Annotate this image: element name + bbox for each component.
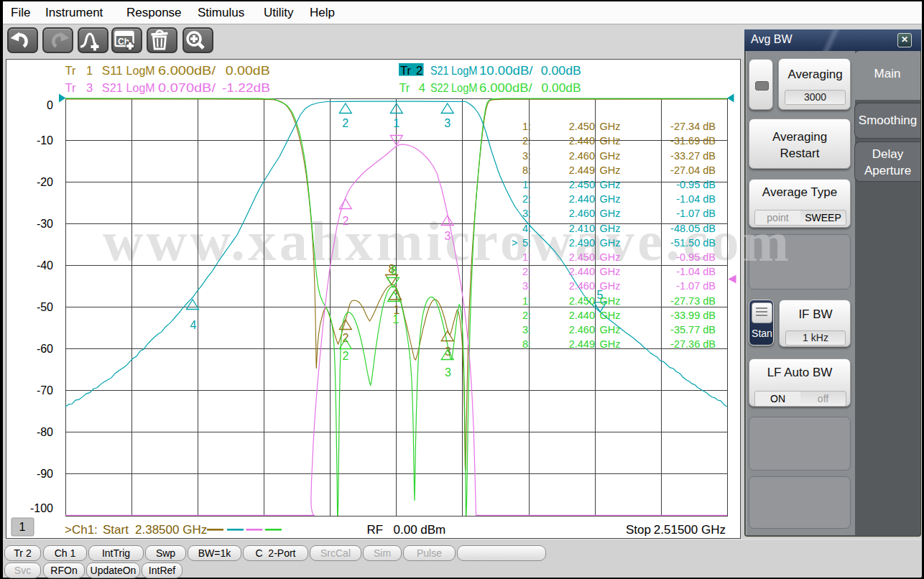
svg-text:Tr: Tr <box>65 64 76 77</box>
svg-text:2: 2 <box>416 64 422 77</box>
svg-text:3: 3 <box>445 230 451 242</box>
svg-text:2.440: 2.440 <box>569 266 595 277</box>
svg-text:8:: 8: <box>522 165 531 176</box>
svg-text:2.38500 GHz: 2.38500 GHz <box>135 523 207 537</box>
svg-text:GHz: GHz <box>600 150 621 162</box>
svg-text:3:: 3: <box>522 324 531 335</box>
svg-text:Tr: Tr <box>65 81 76 94</box>
svg-text:1:: 1: <box>522 179 531 190</box>
svg-text:2.460: 2.460 <box>569 150 595 162</box>
svg-text:4:: 4: <box>522 223 531 234</box>
svg-text:2:: 2: <box>522 193 531 205</box>
svg-text:1: 1 <box>393 313 399 325</box>
svg-text:LogM: LogM <box>451 81 478 94</box>
svg-text:0.070dB/: 0.070dB/ <box>158 81 216 94</box>
svg-text:GHz: GHz <box>600 266 621 277</box>
svg-text:10.00dB/: 10.00dB/ <box>479 64 533 77</box>
svg-text:S21: S21 <box>102 81 123 94</box>
svg-text:-20: -20 <box>37 176 53 188</box>
svg-text:GHz: GHz <box>600 165 621 176</box>
svg-text:-0.95 dB: -0.95 dB <box>676 179 716 190</box>
svg-text:GHz: GHz <box>600 251 621 263</box>
svg-text:2:: 2: <box>522 310 531 321</box>
svg-text:-90: -90 <box>37 468 53 480</box>
svg-text:S22: S22 <box>430 81 449 94</box>
svg-text:2.440: 2.440 <box>569 135 595 147</box>
svg-text:-27.04 dB: -27.04 dB <box>670 165 716 176</box>
svg-text:3:: 3: <box>522 150 531 162</box>
svg-text:2.490: 2.490 <box>569 237 595 249</box>
svg-text:0.00 dBm: 0.00 dBm <box>394 523 446 537</box>
svg-text:2.51500 GHz: 2.51500 GHz <box>654 523 726 537</box>
svg-text:2.440: 2.440 <box>569 193 595 205</box>
svg-text:GHz: GHz <box>600 324 621 335</box>
svg-text:2: 2 <box>342 117 348 129</box>
svg-text:2.450: 2.450 <box>569 121 595 132</box>
svg-text:-0.95 dB: -0.95 dB <box>676 251 716 263</box>
svg-text:GHz: GHz <box>600 179 621 190</box>
svg-text:2.460: 2.460 <box>569 208 595 219</box>
svg-text:4: 4 <box>419 81 425 94</box>
svg-text:2.440: 2.440 <box>569 310 595 321</box>
svg-text:-1.04 dB: -1.04 dB <box>676 266 716 277</box>
svg-text:Tr: Tr <box>399 81 410 94</box>
svg-text:2.449: 2.449 <box>569 165 595 176</box>
svg-text:2.450: 2.450 <box>569 179 595 190</box>
svg-text:-27.36 dB: -27.36 dB <box>670 338 716 350</box>
svg-text:-27.73 dB: -27.73 dB <box>670 295 716 307</box>
svg-text:S21: S21 <box>430 64 449 77</box>
svg-text:0: 0 <box>47 99 53 111</box>
svg-text:GHz: GHz <box>600 135 621 147</box>
svg-text:0.00dB: 0.00dB <box>541 64 581 77</box>
svg-text:GHz: GHz <box>600 208 621 219</box>
svg-text:-80: -80 <box>37 426 53 438</box>
svg-text:2: 2 <box>343 350 349 362</box>
svg-text:8: 8 <box>391 264 397 277</box>
svg-text:-33.27 dB: -33.27 dB <box>670 150 716 162</box>
svg-text:GHz: GHz <box>600 280 621 292</box>
svg-text:2: 2 <box>343 215 349 227</box>
svg-text:1: 1 <box>19 521 26 533</box>
svg-text:-48.05 dB: -48.05 dB <box>670 223 716 234</box>
svg-text:-1.04 dB: -1.04 dB <box>676 193 716 205</box>
svg-text:-1.07 dB: -1.07 dB <box>676 280 716 292</box>
svg-text:6.000dB/: 6.000dB/ <box>158 64 216 77</box>
svg-text:LogM: LogM <box>126 81 155 94</box>
svg-text:Tr: Tr <box>400 64 411 77</box>
svg-text:2.460: 2.460 <box>569 324 595 335</box>
svg-text:GHz: GHz <box>600 237 621 249</box>
svg-text:-40: -40 <box>37 259 53 272</box>
svg-text:0.00dB: 0.00dB <box>226 64 270 77</box>
svg-text:S11: S11 <box>102 64 123 77</box>
svg-text:LogM: LogM <box>126 64 155 77</box>
svg-text:1:: 1: <box>522 295 531 307</box>
svg-text:-30: -30 <box>37 218 53 230</box>
svg-text:2.450: 2.450 <box>569 251 595 263</box>
svg-text:GHz: GHz <box>600 295 621 307</box>
svg-text:3: 3 <box>86 81 93 94</box>
svg-text:LogM: LogM <box>451 64 478 77</box>
svg-text:1:: 1: <box>522 251 531 263</box>
svg-text:-70: -70 <box>37 384 53 397</box>
svg-text:3: 3 <box>445 366 451 379</box>
svg-text:GHz: GHz <box>600 338 621 350</box>
svg-text:2.449: 2.449 <box>569 338 595 350</box>
svg-text:-1.22dB: -1.22dB <box>222 81 270 94</box>
svg-text:-51.50 dB: -51.50 dB <box>670 237 716 249</box>
svg-text:-100: -100 <box>30 502 53 514</box>
svg-text:3: 3 <box>444 117 451 129</box>
svg-text:6.000dB/: 6.000dB/ <box>479 81 532 94</box>
svg-text:3:: 3: <box>522 208 531 219</box>
svg-text:1:: 1: <box>522 121 531 132</box>
svg-text:2.410: 2.410 <box>569 223 595 234</box>
svg-text:-10: -10 <box>37 134 53 147</box>
svg-text:5:: 5: <box>522 237 531 249</box>
svg-text:Stop: Stop <box>626 523 651 537</box>
svg-text:RF: RF <box>367 523 384 537</box>
svg-text:1: 1 <box>393 117 399 129</box>
svg-text:2.460: 2.460 <box>569 280 595 292</box>
svg-text:GHz: GHz <box>600 223 621 234</box>
svg-text:GHz: GHz <box>600 193 621 205</box>
svg-text:www.xahxmicrowave.com: www.xahxmicrowave.com <box>103 210 740 272</box>
svg-text:2:: 2: <box>522 266 531 277</box>
